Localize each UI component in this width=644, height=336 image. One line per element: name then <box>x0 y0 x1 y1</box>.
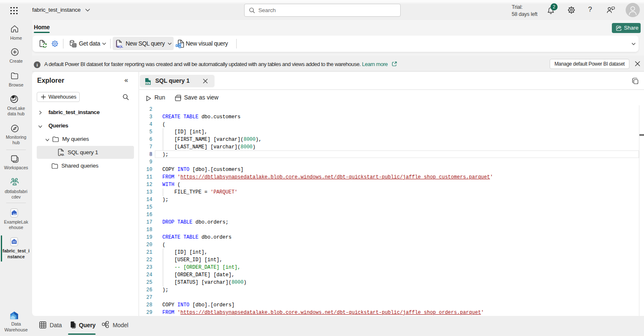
svg-text:SQL: SQL <box>117 45 124 48</box>
svg-text:SQL: SQL <box>60 153 65 156</box>
svg-text:SQL: SQL <box>145 82 150 85</box>
